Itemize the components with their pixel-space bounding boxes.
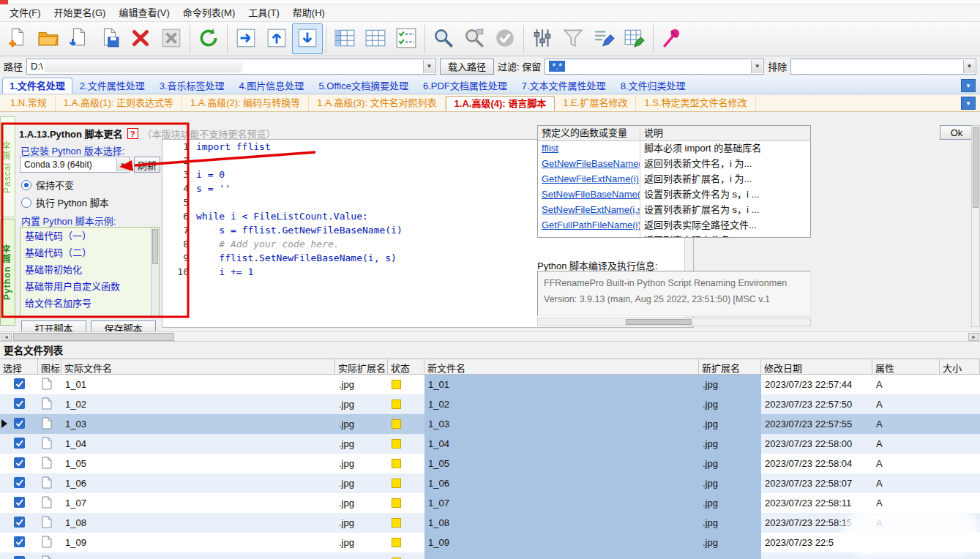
sample-script-item[interactable]: 基础带初始化 (20, 261, 159, 278)
clear-button[interactable] (156, 23, 187, 54)
horizontal-scrollbar[interactable]: ◄ ► (0, 331, 980, 342)
table-row[interactable]: 1_02.jpg1_02.jpg2023/07/23 22:57:50A (0, 394, 980, 414)
tab-sub-2[interactable]: 1.A.高级(1): 正则表达式等 (56, 96, 182, 111)
menu-item[interactable]: 开始更名(G) (48, 4, 113, 21)
column-header[interactable]: 修改日期 (761, 359, 872, 374)
column-header[interactable]: 新扩展名 (699, 359, 761, 374)
exclude-combobox[interactable]: ▼ (790, 59, 976, 75)
function-link[interactable]: SetNewFileExtName(i,s) (542, 204, 640, 215)
search-button[interactable] (428, 23, 459, 54)
tab-sub-3[interactable]: 1.A.高级(2): 编码与转换等 (182, 96, 309, 111)
tab-main-4[interactable]: 4.图片信息处理 (232, 78, 312, 94)
function-link[interactable]: GetNewFileExtName(i) (542, 173, 639, 184)
column-header[interactable]: 状态 (388, 359, 424, 374)
column-header[interactable]: 实际扩展名 (335, 359, 388, 374)
open-folder-button[interactable] (33, 23, 64, 54)
help-icon[interactable]: ? (127, 128, 138, 139)
filter-combobox[interactable]: *.* ▼ (545, 59, 764, 75)
scroll-right-icon[interactable]: ► (968, 333, 979, 341)
checkbox-checked-icon[interactable] (14, 517, 25, 530)
tab-main-7[interactable]: 7.文本文件属性处理 (515, 78, 613, 94)
move-right-button[interactable] (231, 23, 261, 54)
radio-run-python-script[interactable]: 执行 Python 脚本 (21, 195, 109, 209)
menu-item[interactable]: 工具(T) (242, 4, 286, 21)
scrollbar[interactable] (971, 125, 980, 327)
new-list-button[interactable] (2, 23, 33, 54)
path-combobox[interactable]: D:\ ▼ (26, 59, 436, 75)
python-version-combobox[interactable]: Conda 3.9 (64bit) ▼ (20, 157, 130, 173)
tab-sub-4[interactable]: 1.A.高级(3): 文件名对照列表 (309, 96, 445, 111)
search-tools-button[interactable] (459, 23, 490, 54)
table-row[interactable]: 1_06.jpg1_06.jpg2023/07/23 22:58:07A (0, 473, 980, 493)
edit-rename-button[interactable] (588, 23, 619, 54)
apply-check-button[interactable] (490, 23, 520, 54)
checklist-button[interactable] (391, 23, 422, 54)
scroll-thumb[interactable] (13, 333, 174, 341)
column-header[interactable]: 大小 (940, 359, 980, 374)
delete-button[interactable] (125, 23, 156, 54)
tab-sub-1[interactable]: 1.N.常规 (2, 96, 56, 111)
select-cell[interactable] (0, 434, 38, 454)
column-header[interactable]: 图标 (38, 359, 61, 374)
chevron-down-icon[interactable]: ▼ (963, 60, 975, 73)
column-header[interactable]: 新文件名 (424, 359, 699, 374)
pin-button[interactable] (657, 23, 687, 54)
function-link[interactable]: fflist (542, 143, 558, 154)
select-cell[interactable] (0, 513, 38, 533)
function-link[interactable]: GetNewFileBaseName(i) (542, 158, 640, 169)
select-cell[interactable] (0, 493, 38, 513)
checkbox-checked-icon[interactable] (14, 556, 25, 559)
function-link[interactable]: SetNewFileBaseName(i,s) (542, 189, 640, 200)
move-down-button[interactable] (292, 23, 323, 54)
tab-overflow-button[interactable]: ▼ (961, 79, 976, 92)
checkbox-checked-icon[interactable] (14, 378, 25, 391)
table-row[interactable]: 1_08.jpg1_08.jpg2023/07/23 22:58:15A (0, 513, 980, 533)
select-cell[interactable] (0, 533, 38, 552)
function-link[interactable]: GetFullPathFileName(i) (542, 220, 640, 230)
column-header[interactable]: 属性 (872, 359, 940, 374)
side-tab-python[interactable]: Python 脚本 (0, 219, 15, 326)
column-header[interactable]: 实际文件名 (61, 359, 335, 374)
column-header[interactable]: 选择 (0, 359, 38, 374)
ok-button[interactable]: Ok (940, 125, 973, 140)
checkbox-checked-icon[interactable] (14, 398, 25, 411)
checkbox-checked-icon[interactable] (14, 536, 25, 549)
tab-overflow-button[interactable]: ▼ (961, 97, 976, 110)
checkbox-checked-icon[interactable] (14, 418, 25, 431)
checkbox-checked-icon[interactable] (14, 438, 25, 451)
move-up-button[interactable] (261, 23, 292, 54)
tab-main-2[interactable]: 2.文件属性处理 (72, 78, 152, 94)
funnel-button[interactable] (558, 23, 588, 54)
sample-script-item[interactable]: 基础代码（一） (20, 228, 159, 244)
tab-main-1[interactable]: 1.文件名处理 (2, 78, 72, 94)
menu-item[interactable]: 文件(F) (3, 4, 48, 21)
menu-item[interactable]: 编辑查看(V) (112, 4, 176, 21)
load-path-button[interactable]: 载入路径 (440, 59, 494, 75)
checkbox-checked-icon[interactable] (14, 477, 25, 490)
table-button[interactable] (360, 23, 391, 54)
radio-keep-unchanged[interactable]: 保持不变 (21, 178, 74, 192)
menu-item[interactable]: 帮助(H) (286, 4, 332, 21)
menu-item[interactable]: 命令列表(M) (176, 4, 242, 21)
columns-button[interactable] (329, 23, 360, 54)
tab-main-8[interactable]: 8.文件归类处理 (613, 78, 693, 94)
table-row[interactable]: 1_03.jpg1_03.jpg2023/07/23 22:57:55A (0, 414, 980, 434)
checkbox-checked-icon[interactable] (14, 457, 25, 470)
select-cell[interactable] (0, 552, 38, 559)
refresh-button[interactable]: 刷新 (134, 157, 160, 173)
scrollbar[interactable] (151, 228, 159, 317)
sample-script-item[interactable]: 基础代码（二） (20, 244, 159, 261)
function-link[interactable]: GetRealFileBaseName(i) (542, 235, 640, 238)
table-row[interactable]: 1_10.jpg1_10.jpg (0, 552, 980, 559)
tab-sub-5[interactable]: 1.A.高级(4): 语言脚本 (446, 96, 556, 111)
tab-main-3[interactable]: 3.音乐标签处理 (152, 78, 232, 94)
tab-sub-6[interactable]: 1.E.扩展名修改 (555, 96, 636, 111)
sample-script-item[interactable]: 基础带用户自定义函数 (20, 278, 159, 295)
select-cell[interactable] (0, 375, 38, 394)
chevron-down-icon[interactable]: ▼ (751, 60, 763, 73)
chevron-down-icon[interactable]: ▼ (423, 60, 435, 73)
select-cell[interactable] (0, 454, 38, 473)
chevron-down-icon[interactable]: ▼ (116, 158, 128, 171)
table-row[interactable]: 1_05.jpg1_05.jpg2023/07/23 22:58:04A (0, 454, 980, 473)
edit-table-button[interactable] (619, 23, 650, 54)
